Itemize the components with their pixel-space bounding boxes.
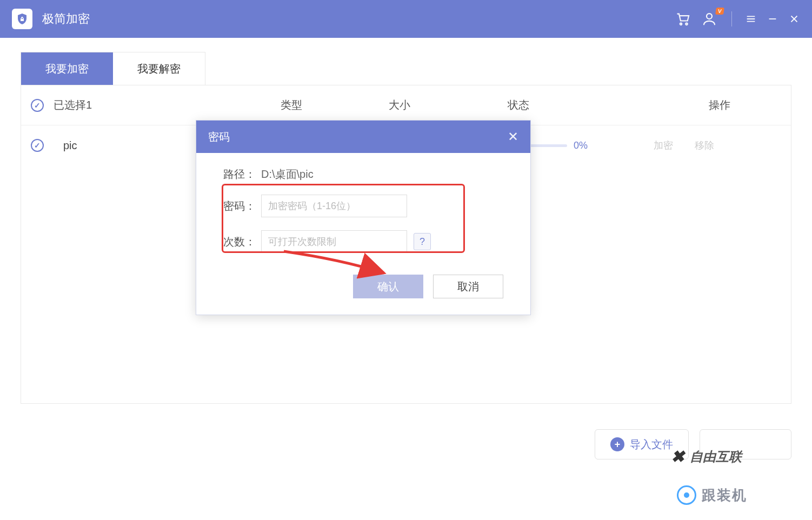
user-icon[interactable]: V (700, 10, 718, 28)
row-checkbox[interactable] (31, 139, 44, 152)
x-logo-icon: ✖ (671, 447, 684, 466)
shield-lock-icon (16, 12, 29, 25)
eye-logo-icon (677, 485, 696, 505)
menu-icon[interactable] (745, 13, 757, 25)
path-value: D:\桌面\pic (261, 167, 314, 182)
path-label: 路径： (223, 167, 261, 182)
app-logo (12, 9, 32, 29)
svg-point-1 (685, 23, 688, 25)
app-title: 极简加密 (42, 11, 90, 27)
vip-badge: V (715, 8, 724, 15)
tab-decrypt[interactable]: 我要解密 (113, 52, 205, 85)
titlebar: 极简加密 V (0, 0, 812, 38)
dialog-title: 密码 (208, 130, 508, 144)
progress-percent: 0% (574, 140, 588, 151)
action-encrypt[interactable]: 加密 (654, 139, 673, 152)
header-type: 类型 (281, 98, 389, 112)
help-icon[interactable]: ? (414, 233, 431, 250)
header-selected: 已选择1 (54, 98, 281, 112)
select-all-checkbox[interactable] (31, 99, 44, 112)
close-icon[interactable] (788, 13, 800, 25)
header-status: 状态 (508, 98, 648, 112)
password-dialog: 密码 ✕ 路径： D:\桌面\pic 密码： 次数： ? 确认 取消 (196, 120, 531, 315)
row-actions: 加密 移除 (648, 139, 746, 152)
password-input[interactable] (261, 195, 407, 217)
plus-icon: + (610, 437, 624, 451)
cart-icon[interactable] (675, 11, 690, 26)
watermark-1: ✖ 自由互联 (671, 447, 742, 466)
path-row: 路径： D:\桌面\pic (223, 167, 503, 182)
minimize-icon[interactable] (767, 13, 778, 25)
dialog-body: 路径： D:\桌面\pic 密码： 次数： ? (196, 153, 530, 275)
dialog-header: 密码 ✕ (196, 121, 530, 153)
times-label: 次数： (223, 235, 261, 249)
dialog-close-icon[interactable]: ✕ (508, 129, 518, 144)
header-size: 大小 (389, 98, 508, 112)
dialog-actions: 确认 取消 (196, 275, 530, 315)
table-header: 已选择1 类型 大小 状态 操作 (21, 85, 791, 125)
divider (731, 11, 732, 26)
watermark-2: 跟装机 (677, 485, 747, 505)
svg-point-2 (707, 14, 712, 19)
titlebar-right-group: V (675, 10, 800, 28)
password-row: 密码： (223, 195, 503, 217)
confirm-button[interactable]: 确认 (353, 275, 423, 298)
svg-point-0 (680, 23, 682, 25)
action-remove[interactable]: 移除 (695, 139, 714, 152)
cancel-button[interactable]: 取消 (433, 275, 503, 298)
times-input[interactable] (261, 230, 407, 253)
import-label: 导入文件 (630, 437, 673, 452)
times-row: 次数： ? (223, 230, 503, 253)
tab-bar: 我要加密 我要解密 (21, 52, 205, 85)
tab-encrypt[interactable]: 我要加密 (21, 52, 113, 85)
password-label: 密码： (223, 199, 261, 214)
header-operate: 操作 (648, 98, 791, 112)
